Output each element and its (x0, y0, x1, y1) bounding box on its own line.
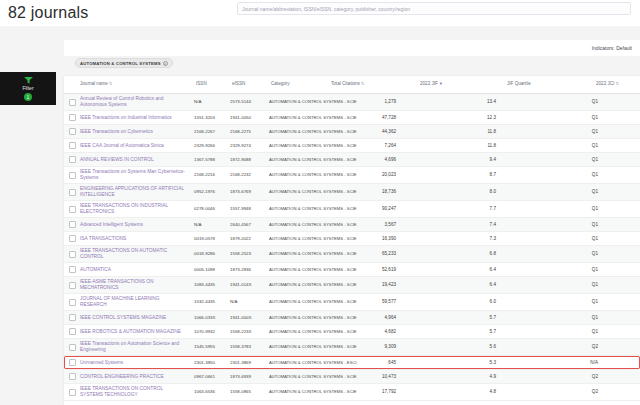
journal-name-link[interactable]: ENGINEERING APPLICATIONS OF ARTIFICIAL I… (80, 186, 184, 197)
eissn-cell: 1873-2836 (230, 265, 269, 275)
journal-name-link[interactable]: IEEE Transactions on Industrial Informat… (80, 115, 172, 120)
journal-name-link[interactable]: IEEE-ASME TRANSACTIONS ON MECHATRONICS (80, 279, 153, 290)
journal-name-link[interactable]: Advanced Intelligent Systems (80, 222, 143, 227)
row-checkbox[interactable] (69, 373, 76, 380)
category-cell: AUTOMATION & CONTROL SYSTEMS - SCIE (269, 127, 360, 137)
journal-name-link[interactable]: IEEE CAA Journal of Automatica Sinica (80, 143, 164, 148)
checkbox-cell (64, 97, 80, 108)
column-header-2022-jif[interactable]: 2022 JIF▼ (420, 81, 443, 86)
total-citations-cell: 52,619 (360, 265, 396, 275)
jif-2022-cell: 12.3 (396, 113, 496, 123)
eissn-cell: 1941-000X (230, 313, 269, 323)
jif-2022-cell: 6.8 (396, 249, 496, 259)
category-filter-chip[interactable]: AUTOMATION & CONTROL SYSTEMS ✕ (75, 58, 173, 68)
journal-name-link[interactable]: IEEE Transactions on Systems Man Cyberne… (80, 169, 185, 180)
checkbox-cell (64, 387, 80, 398)
journal-name-link[interactable]: IEEE TRANSACTIONS ON INDUSTRIAL ELECTRON… (80, 203, 168, 214)
row-checkbox[interactable] (69, 156, 76, 163)
row-checkbox[interactable] (69, 299, 76, 306)
journal-name-link[interactable]: IEEE TRANSACTIONS ON AUTOMATIC CONTROL (80, 248, 167, 259)
search-input[interactable] (237, 2, 631, 15)
jif-2022-cell: 7.3 (396, 234, 496, 244)
total-citations-cell: 1,279 (360, 97, 396, 107)
jci-2022-cell (598, 237, 638, 241)
column-header-eissn: eISSN (232, 81, 245, 86)
row-checkbox[interactable] (69, 266, 76, 273)
journal-name-link[interactable]: AUTOMATICA (80, 267, 111, 272)
journal-name-link[interactable]: IEEE CONTROL SYSTEMS MAGAZINE (80, 315, 166, 320)
jif-2022-cell: 9.4 (396, 155, 496, 165)
jif-2022-cell: 6.0 (396, 297, 496, 307)
row-checkbox[interactable] (69, 328, 76, 335)
row-checkbox[interactable] (69, 282, 76, 289)
column-header-journal-name[interactable]: Journal name⇅ (80, 81, 113, 86)
category-cell: AUTOMATION & CONTROL SYSTEMS - SCIE (269, 141, 360, 151)
jif-quartile-cell: Q1 (496, 204, 598, 214)
journal-name-link[interactable]: ANNUAL REVIEWS IN CONTROL (80, 157, 154, 162)
row-checkbox[interactable] (69, 221, 76, 228)
sort-desc-icon[interactable]: ▼ (439, 82, 443, 86)
row-checkbox[interactable] (69, 128, 76, 135)
journal-name-link[interactable]: IEEE Transactions on Automation Science … (80, 341, 179, 352)
jif-quartile-cell: Q1 (496, 113, 598, 123)
column-header-2022-jci[interactable]: 2022 JCI⇅ (596, 81, 619, 86)
journal-name-link[interactable]: JOURNAL OF MACHINE LEARNING RESEARCH (80, 296, 160, 307)
row-checkbox[interactable] (69, 314, 76, 321)
row-checkbox[interactable] (69, 389, 76, 396)
sort-icon[interactable]: ⇅ (109, 81, 113, 86)
table-row: IEEE ROBOTICS & AUTOMATION MAGAZINE 1070… (64, 325, 640, 339)
indicators-selector[interactable]: Indicators: Default (592, 45, 632, 51)
filter-panel-toggle[interactable]: Filter 1 (0, 72, 56, 105)
row-checkbox[interactable] (69, 114, 76, 121)
jif-quartile-cell: Q1 (496, 297, 598, 307)
eissn-cell: 2640-4567 (230, 220, 269, 230)
checkbox-cell (64, 280, 80, 291)
row-checkbox[interactable] (69, 251, 76, 258)
table-row: IEEE CAA Journal of Automatica Sinica 23… (64, 139, 640, 153)
filter-chip-label: AUTOMATION & CONTROL SYSTEMS (80, 61, 161, 66)
category-cell: AUTOMATION & CONTROL SYSTEMS - ESCI (269, 358, 360, 368)
row-checkbox[interactable] (69, 99, 76, 106)
row-checkbox[interactable] (69, 359, 76, 366)
row-checkbox[interactable] (69, 172, 76, 179)
checkbox-cell (64, 187, 80, 198)
journal-name-link[interactable]: IEEE Transactions on Cybernetics (80, 129, 153, 134)
journal-name-link[interactable]: Annual Review of Control Robotics and Au… (80, 96, 163, 107)
row-checkbox[interactable] (69, 206, 76, 213)
filter-panel-label: Filter (22, 85, 33, 91)
sort-icon[interactable]: ⇅ (361, 81, 365, 86)
table-row: IEEE TRANSACTIONS ON INDUSTRIAL ELECTRON… (64, 201, 640, 218)
row-checkbox[interactable] (69, 344, 76, 351)
jif-2022-cell: 5.6 (396, 342, 496, 352)
jif-2022-cell: 7.4 (396, 220, 496, 230)
journal-name-link[interactable]: IEEE ROBOTICS & AUTOMATION MAGAZINE (80, 329, 181, 334)
issn-cell: 2168-2216 (194, 170, 230, 180)
journal-name-cell: Annual Review of Control Robotics and Au… (80, 94, 194, 110)
row-checkbox[interactable] (69, 235, 76, 242)
total-citations-cell: 47,728 (360, 113, 396, 123)
close-circle-icon[interactable]: ✕ (163, 61, 168, 66)
journal-name-link[interactable]: IEEE TRANSACTIONS ON CONTROL SYSTEMS TEC… (80, 386, 163, 397)
category-cell: AUTOMATION & CONTROL SYSTEMS - SCIE (269, 372, 360, 382)
issn-cell: 0967-0661 (194, 372, 230, 382)
column-header-category: Category (271, 81, 290, 86)
journal-name-link[interactable]: ISA TRANSACTIONS (80, 236, 126, 241)
checkbox-cell (64, 204, 80, 215)
journal-name-link[interactable]: CONTROL ENGINEERING PRACTICE (80, 374, 164, 379)
total-citations-cell: 59,577 (360, 297, 396, 307)
jci-2022-cell (598, 252, 638, 256)
row-checkbox[interactable] (69, 189, 76, 196)
journal-name-cell: IEEE Transactions on Systems Man Cyberne… (80, 167, 194, 183)
jif-2022-cell: 6.4 (396, 265, 496, 275)
sort-icon[interactable]: ⇅ (615, 81, 619, 86)
issn-cell: 1070-9932 (194, 327, 230, 337)
journal-name-link[interactable]: Unmanned Systems (80, 360, 123, 365)
jif-2022-cell: 8.0 (396, 187, 496, 197)
category-cell: AUTOMATION & CONTROL SYSTEMS - SCIE (269, 155, 360, 165)
table-row: IEEE CONTROL SYSTEMS MAGAZINE 1066-033X … (64, 311, 640, 325)
column-header-total-citations[interactable]: Total Citations⇅ (331, 81, 365, 86)
row-checkbox[interactable] (69, 142, 76, 149)
total-citations-cell: 10,473 (360, 372, 396, 382)
issn-cell: N/A (194, 97, 230, 107)
checkbox-cell (64, 357, 80, 368)
